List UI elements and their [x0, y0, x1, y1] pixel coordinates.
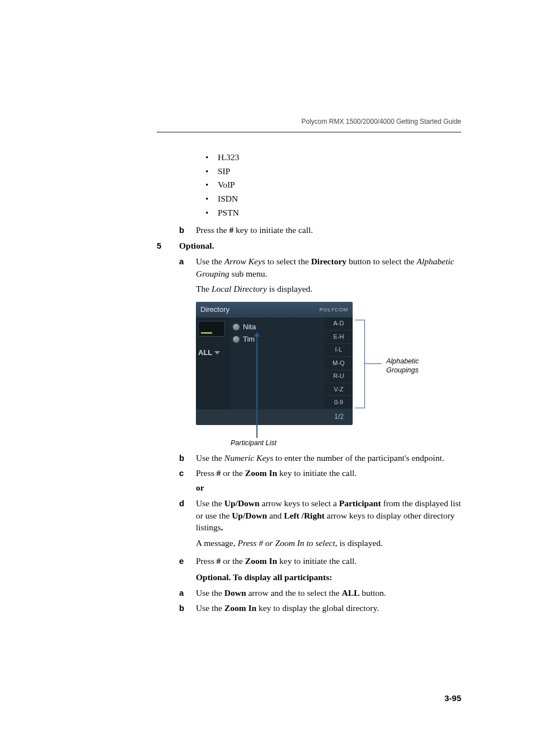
participant-pane: Nita Tim	[229, 318, 325, 409]
directory-screenshot: Directory POLYCOM ALL Nita Tim A-D	[196, 302, 461, 447]
directory-left-pane: ALL	[196, 318, 229, 409]
window-title: Directory	[200, 305, 229, 315]
step-text: Use the Numeric Keys to enter the number…	[196, 452, 461, 464]
all-button[interactable]: ALL	[198, 348, 227, 358]
callout-arrow	[256, 333, 257, 438]
step-5c: c Press # or the Zoom In key to initiate…	[179, 467, 461, 479]
step-letter: b	[179, 452, 196, 464]
directory-footer: 1/2	[196, 409, 353, 425]
callout-bracket	[355, 320, 365, 408]
group-button[interactable]: 0-9	[325, 396, 353, 409]
page-header: Polycom RMX 1500/2000/4000 Getting Start…	[301, 118, 461, 125]
step-letter: b	[179, 602, 196, 614]
optional-heading: Optional. To display all participants:	[196, 571, 461, 584]
list-item[interactable]: Nita	[233, 322, 321, 332]
status-icon	[233, 324, 240, 330]
step-label: Optional.	[179, 240, 214, 252]
list-item: •PSTN	[204, 207, 461, 219]
step-opt-b: b Use the Zoom In key to display the glo…	[179, 602, 461, 614]
group-button[interactable]: E-H	[325, 330, 353, 343]
step-letter: d	[179, 497, 196, 534]
page-content: •H.323 •SIP •VoIP •ISDN •PSTN b Press th…	[157, 151, 461, 617]
step-5a: a Use the Arrow Keys to select the Direc…	[179, 255, 461, 279]
alphabet-groups: A-D E-H I-L M-Q R-U V-Z 0-9	[325, 318, 353, 409]
polycom-logo: POLYCOM	[320, 306, 348, 314]
step-5d: d Use the Up/Down arrow keys to select a…	[179, 497, 461, 534]
header-rule	[157, 132, 461, 133]
list-item[interactable]: Tim	[233, 334, 321, 344]
page-number: 3-95	[444, 693, 461, 703]
step-text: Use the Zoom In key to display the globa…	[196, 602, 461, 614]
step-letter: b	[179, 224, 196, 236]
bullet-text: PSTN	[218, 207, 239, 219]
step-b: b Press the # key to initiate the call.	[179, 224, 461, 236]
person-name: Tim	[243, 334, 255, 344]
protocol-list: •H.323 •SIP •VoIP •ISDN •PSTN	[204, 151, 461, 218]
step-5: 5 Optional.	[157, 240, 461, 252]
list-item: •H.323	[204, 151, 461, 164]
step-letter: c	[179, 467, 196, 479]
group-button[interactable]: I-L	[325, 344, 353, 357]
step-5e: e Press # or the Zoom In key to initiate…	[179, 555, 461, 567]
group-button[interactable]: M-Q	[325, 357, 353, 370]
callout-line	[365, 363, 382, 365]
step-text: Press # or the Zoom In key to initiate t…	[196, 555, 461, 567]
callout-label: AlphabeticGroupings	[386, 357, 419, 375]
callout-label: Participant List	[231, 438, 277, 449]
list-item: •ISDN	[204, 193, 461, 205]
or-text: or	[196, 482, 461, 494]
step-text: Use the Down arrow and the to select the…	[196, 587, 461, 599]
status-icon	[233, 336, 240, 343]
step-text: Press the # key to initiate the call.	[196, 224, 461, 236]
directory-titlebar: Directory POLYCOM	[196, 302, 353, 318]
message-text: A message, Press # or Zoom In to select,…	[196, 537, 461, 549]
bullet-text: ISDN	[218, 193, 238, 205]
step-text: Use the Up/Down arrow keys to select a P…	[196, 497, 461, 534]
list-item: •SIP	[204, 165, 461, 178]
all-label: ALL	[198, 348, 212, 358]
step-opt-a: a Use the Down arrow and the to select t…	[179, 587, 461, 599]
step-letter: a	[179, 587, 196, 599]
group-button[interactable]: V-Z	[325, 383, 353, 396]
page-indicator: 1/2	[334, 412, 344, 422]
chevron-down-icon	[214, 351, 220, 354]
group-button[interactable]: R-U	[325, 370, 353, 383]
video-thumbnail[interactable]	[198, 321, 225, 337]
bullet-text: SIP	[218, 165, 230, 178]
step-letter: e	[179, 555, 196, 567]
directory-body: ALL Nita Tim A-D E-H I-L M-Q R-U V-Z 0-9	[196, 318, 353, 409]
bullet-text: H.323	[218, 151, 239, 164]
step-text: Press # or the Zoom In key to initiate t…	[196, 467, 461, 479]
step-letter: a	[179, 255, 196, 279]
step-5b: b Use the Numeric Keys to enter the numb…	[179, 452, 461, 464]
group-button[interactable]: A-D	[325, 318, 353, 330]
list-item: •VoIP	[204, 179, 461, 191]
local-dir-text: The Local Directory is displayed.	[196, 283, 461, 295]
bullet-text: VoIP	[218, 179, 235, 191]
person-name: Nita	[243, 322, 256, 332]
step-text: Use the Arrow Keys to select the Directo…	[196, 255, 461, 279]
step-number: 5	[157, 240, 179, 252]
directory-window: Directory POLYCOM ALL Nita Tim A-D	[196, 302, 353, 425]
